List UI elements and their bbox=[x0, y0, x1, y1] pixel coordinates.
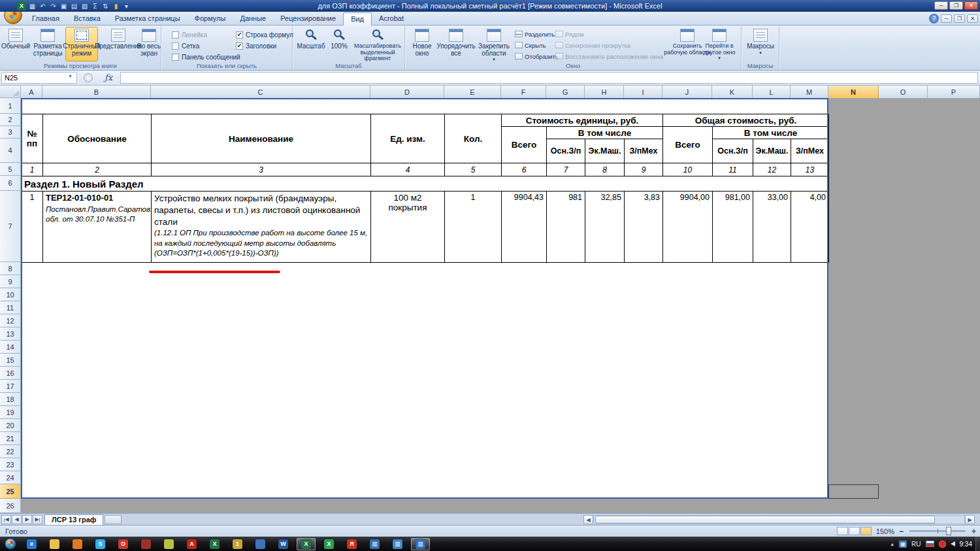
row-header-9[interactable]: 9 bbox=[0, 275, 21, 288]
row-header-21[interactable]: 21 bbox=[0, 432, 21, 445]
column-header-I[interactable]: I bbox=[624, 86, 662, 98]
row-header-23[interactable]: 23 bbox=[0, 458, 21, 471]
column-header-P[interactable]: P bbox=[928, 86, 980, 98]
reset-window-position-button[interactable]: Восстановить расположение окна bbox=[555, 52, 663, 61]
column-header-K[interactable]: K bbox=[712, 86, 753, 98]
row-header-10[interactable]: 10 bbox=[0, 288, 21, 301]
colnum-1[interactable]: 1 bbox=[22, 163, 43, 176]
taskbar-ie[interactable]: e bbox=[22, 538, 41, 550]
help-icon[interactable]: ? bbox=[929, 14, 939, 24]
taskbar-word[interactable]: W bbox=[274, 538, 293, 550]
page-break-preview-button[interactable]: Страничный режим bbox=[65, 27, 98, 61]
insert-sheet-tab[interactable] bbox=[105, 515, 122, 524]
scroll-thumb[interactable] bbox=[595, 516, 935, 524]
status-page-layout-button[interactable] bbox=[849, 527, 860, 535]
taskbar-app-olive[interactable] bbox=[159, 538, 178, 550]
taskbar-yandex[interactable]: Я bbox=[342, 538, 361, 550]
chart-icon[interactable]: ▮ bbox=[112, 1, 120, 10]
fx-icon[interactable]: ƒx bbox=[105, 73, 112, 82]
column-header-D[interactable]: D bbox=[370, 86, 444, 98]
name-box-dropdown-icon[interactable]: ▼ bbox=[68, 74, 73, 78]
clock[interactable]: 9:34 bbox=[960, 541, 972, 548]
row-header-16[interactable]: 16 bbox=[0, 367, 21, 380]
zoom-to-selection-button[interactable]: Масштабировать выделенный фрагмент bbox=[351, 27, 404, 61]
row-header-5[interactable]: 5 bbox=[0, 163, 21, 176]
row-header-25[interactable]: 25 bbox=[0, 484, 21, 499]
print-preview-icon[interactable]: ▤ bbox=[70, 1, 78, 10]
column-header-J[interactable]: J bbox=[662, 86, 712, 98]
cell-H7-unit-mash[interactable]: 32,85 bbox=[585, 192, 625, 263]
column-header-B[interactable]: B bbox=[42, 86, 151, 98]
scroll-track[interactable] bbox=[593, 515, 965, 524]
volume-icon[interactable] bbox=[951, 541, 955, 546]
row-header-11[interactable]: 11 bbox=[0, 301, 21, 314]
excel-logo-icon[interactable]: X bbox=[17, 1, 26, 10]
synchronous-scrolling-button[interactable]: Синхронная прокрутка bbox=[555, 41, 630, 50]
ribbon-tab-Acrobat[interactable]: Acrobat bbox=[372, 12, 411, 25]
colnum-10[interactable]: 10 bbox=[663, 163, 713, 176]
taskbar-app-gold[interactable]: 1 bbox=[228, 538, 247, 550]
column-header-C[interactable]: C bbox=[151, 86, 370, 98]
scroll-left-icon[interactable]: ◀ bbox=[583, 515, 593, 524]
row-header-6[interactable]: 6 bbox=[0, 176, 21, 191]
colnum-13[interactable]: 13 bbox=[791, 163, 829, 176]
zoom-slider[interactable] bbox=[909, 530, 966, 532]
split-button[interactable]: Разделить bbox=[515, 29, 555, 39]
header-cell-name[interactable]: Наименование bbox=[152, 114, 371, 163]
ribbon-tab-Вид[interactable]: Вид bbox=[343, 12, 372, 25]
zoom-slider-thumb[interactable] bbox=[946, 527, 951, 535]
print-icon[interactable]: ▣ bbox=[59, 1, 68, 10]
row-header-22[interactable]: 22 bbox=[0, 445, 21, 458]
section-title-row[interactable]: Раздел 1. Новый Раздел bbox=[22, 176, 829, 192]
row-header-3[interactable]: 3 bbox=[0, 126, 21, 139]
cell-C7-name[interactable]: Устройство мелких покрытий (брандмауэры,… bbox=[152, 192, 371, 263]
header-cell-total2[interactable]: Всего bbox=[663, 127, 713, 163]
maximize-button[interactable]: ❐ bbox=[949, 1, 963, 10]
cell-M7-mech[interactable]: 4,00 bbox=[791, 192, 829, 263]
taskbar-excel-active[interactable]: X bbox=[297, 538, 316, 550]
taskbar-explorer[interactable] bbox=[45, 538, 64, 550]
select-all-corner[interactable] bbox=[0, 86, 21, 98]
first-sheet-icon[interactable]: |◀ bbox=[1, 515, 11, 524]
header-cell-mech1[interactable]: З/пМех bbox=[625, 139, 663, 163]
column-header-O[interactable]: O bbox=[879, 86, 928, 98]
row-header-7[interactable]: 7 bbox=[0, 191, 21, 262]
cell-D7-unit[interactable]: 100 м2 покрытия bbox=[371, 192, 445, 263]
taskbar-chart3[interactable]: ▥ bbox=[411, 538, 430, 550]
switch-windows-button[interactable]: Перейти в другое окно ▾ bbox=[699, 27, 740, 61]
row-header-26[interactable]: 26 bbox=[0, 499, 21, 513]
start-button[interactable] bbox=[5, 538, 16, 550]
zoom-button[interactable]: Масштаб bbox=[297, 27, 325, 61]
taskbar-app-orange[interactable] bbox=[68, 538, 87, 550]
horizontal-scrollbar[interactable]: ◀ ▶ bbox=[583, 515, 975, 524]
colnum-11[interactable]: 11 bbox=[713, 163, 753, 176]
page-layout-view-button[interactable]: Разметка страницы bbox=[31, 27, 64, 61]
formula-bar-checkbox[interactable]: Строка формул bbox=[236, 31, 293, 39]
column-header-N[interactable]: N bbox=[828, 86, 879, 98]
zoom-level[interactable]: 150% bbox=[876, 527, 894, 535]
colnum-8[interactable]: 8 bbox=[585, 163, 625, 176]
save-icon[interactable]: ▦ bbox=[28, 1, 37, 10]
row-header-17[interactable]: 17 bbox=[0, 380, 21, 393]
next-sheet-icon[interactable]: ▶ bbox=[22, 515, 32, 524]
ribbon-tab-Вставка[interactable]: Вставка bbox=[67, 12, 108, 25]
language-flag-icon[interactable] bbox=[926, 541, 934, 547]
row-header-12[interactable]: 12 bbox=[0, 314, 21, 327]
scroll-right-icon[interactable]: ▶ bbox=[965, 515, 975, 524]
hide-button[interactable]: Скрыть bbox=[515, 41, 546, 50]
column-header-F[interactable]: F bbox=[501, 86, 546, 98]
header-cell-total1[interactable]: Всего bbox=[502, 127, 547, 163]
ribbon-tab-Главная[interactable]: Главная bbox=[25, 12, 67, 25]
tray-expand-icon[interactable]: ▲ bbox=[890, 542, 894, 546]
row-header-1[interactable]: 1 bbox=[0, 98, 21, 114]
column-header-M[interactable]: M bbox=[791, 86, 828, 98]
row-header-24[interactable]: 24 bbox=[0, 471, 21, 484]
cell-F7-unit-total[interactable]: 9904,43 bbox=[502, 192, 547, 263]
new-window-button[interactable]: Новое окно bbox=[408, 27, 436, 61]
colnum-7[interactable]: 7 bbox=[547, 163, 585, 176]
view-side-by-side-button[interactable]: Рядом bbox=[555, 29, 584, 39]
taskbar-acrobat[interactable]: A bbox=[182, 538, 201, 550]
cell-E7-qty[interactable]: 1 bbox=[445, 192, 502, 263]
qat-more-icon[interactable]: ▾ bbox=[122, 1, 131, 10]
colnum-9[interactable]: 9 bbox=[625, 163, 663, 176]
